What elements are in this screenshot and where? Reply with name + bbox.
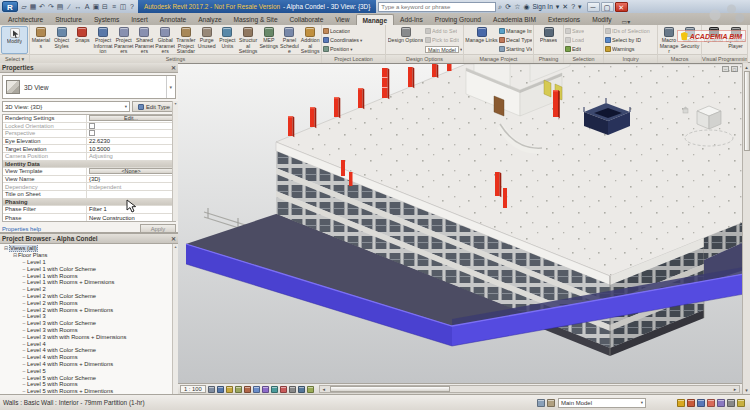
project-browser-close-icon[interactable]: ✕ xyxy=(171,235,176,242)
tab-analyze[interactable]: Analyze xyxy=(192,14,227,25)
tab-modify[interactable]: Modify xyxy=(586,14,617,25)
ribbon-item-load[interactable]: Load xyxy=(565,36,602,44)
tab-systems[interactable]: Systems xyxy=(88,14,125,25)
ribbon-item-coordinates[interactable]: Coordinates▾ xyxy=(323,36,384,44)
tree-item-floor-plans[interactable]: ⊟Floor Plans xyxy=(0,252,178,259)
select-pinned-icon[interactable] xyxy=(707,399,715,407)
temporary-hide-icon[interactable] xyxy=(271,386,278,393)
ribbon-item-manage-images[interactable]: Manage Images xyxy=(499,27,532,35)
select-links-icon[interactable] xyxy=(687,399,695,407)
thin-lines-icon[interactable]: ≡ xyxy=(110,2,118,12)
properties-close-icon[interactable]: ✕ xyxy=(171,64,176,71)
ribbon-button-phases[interactable]: Phases xyxy=(535,26,562,54)
ribbon-item-pick-to-edit[interactable]: Pick to Edit xyxy=(425,36,462,44)
ribbon-item-add-to-set[interactable]: Add to Set xyxy=(425,27,462,35)
tree-item-level-3-with-with-rooms-dimensions[interactable]: –Level 3 with with Rooms + Dimensions xyxy=(0,333,178,340)
tree-item-level-2-with-rooms[interactable]: –Level 2 with Rooms xyxy=(0,299,178,306)
minimize-button[interactable]: ─ xyxy=(587,2,600,12)
property-value[interactable]: 10.5000 xyxy=(87,145,175,152)
vertical-scroll-thumb[interactable] xyxy=(744,71,750,151)
door-yellow-1[interactable] xyxy=(544,80,551,97)
ribbon-item-save[interactable]: Save xyxy=(565,27,602,35)
tree-item-level-5-with-rooms[interactable]: –Level 5 with Rooms xyxy=(0,381,178,388)
tab-collaborate[interactable]: Collaborate xyxy=(284,14,330,25)
ribbon-group-footer-settings[interactable]: Settings xyxy=(30,54,321,63)
tree-item-level-3-with-color-scheme[interactable]: –Level 3 with Color Scheme xyxy=(0,320,178,327)
ribbon-item-location[interactable]: Location xyxy=(323,27,384,35)
tab-architecture[interactable]: Architecture xyxy=(2,14,49,25)
ribbon-item-decal-types[interactable]: Decal Types xyxy=(499,36,532,44)
help-icon[interactable]: ? xyxy=(571,3,575,10)
tab-view[interactable]: View xyxy=(329,14,355,25)
render-icon[interactable] xyxy=(244,386,251,393)
tree-item-level-2-with-rooms-dimentions[interactable]: –Level 2 with Rooms + Dimentions xyxy=(0,306,178,313)
ribbon-item-select-by-id[interactable]: Select by ID xyxy=(605,36,656,44)
property-value-button[interactable]: <None> xyxy=(89,168,173,174)
section-icon[interactable]: ⊟ xyxy=(101,2,109,12)
property-value[interactable]: 22.6230 xyxy=(87,138,175,145)
tab-academia-bim[interactable]: Academia BIM xyxy=(487,14,542,25)
detail-level-icon[interactable] xyxy=(208,386,215,393)
visual-style-icon[interactable] xyxy=(217,386,224,393)
tree-item-level-2-with-color-scheme[interactable]: –Level 2 with Color Scheme xyxy=(0,293,178,300)
select-underlay-icon[interactable] xyxy=(697,399,705,407)
ribbon-item-ids-of-selection[interactable]: IDs of Selection xyxy=(605,27,656,35)
search-icon[interactable]: ⌕ xyxy=(498,3,502,11)
ribbon-button-project-parameters[interactable]: Project Parameters xyxy=(114,26,134,54)
ribbon-button-additional-settings[interactable]: Additional Settings xyxy=(300,26,320,54)
ribbon-button-materials[interactable]: Materials xyxy=(31,26,51,54)
help-icon[interactable]: ? xyxy=(128,2,136,12)
ribbon-button-global-parameters[interactable]: Global Parameters xyxy=(155,26,175,54)
type-selector[interactable]: 3D View ▾ xyxy=(2,75,176,99)
ribbon-button-mep-settings[interactable]: MEP Settings xyxy=(259,26,279,54)
vertical-scrollbar[interactable]: ▴ ▾ xyxy=(742,63,750,394)
filter-count-icon[interactable] xyxy=(737,399,745,407)
sign-in-button[interactable]: Sign In xyxy=(533,3,553,10)
measure-icon[interactable]: ∕ xyxy=(65,2,73,12)
drawing-area[interactable]: ─ ▢ xyxy=(178,63,742,383)
ribbon-group-footer-location[interactable]: Project Location xyxy=(322,54,385,63)
tree-item-level-4-with-color-scheme[interactable]: –Level 4 with Color Scheme xyxy=(0,347,178,354)
ribbon-group-footer-visual[interactable]: Visual Programming xyxy=(702,54,747,63)
view-scale-button[interactable]: 1 : 100 xyxy=(180,385,206,393)
tab-insert[interactable]: Insert xyxy=(125,14,154,25)
open-file-icon[interactable]: ▱ xyxy=(20,2,28,12)
properties-header[interactable]: Properties ✕ xyxy=(0,63,178,73)
ribbon-button-purge-unused[interactable]: Purge Unused xyxy=(197,26,217,54)
help-dropdown-icon[interactable]: ▾ xyxy=(578,3,582,11)
tree-item-level-4[interactable]: –Level 4 xyxy=(0,340,178,347)
tab-extensions[interactable]: Extensions xyxy=(542,14,586,25)
tree-item-level-1-with-rooms[interactable]: –Level 1 with Rooms xyxy=(0,272,178,279)
ribbon-button-structural-settings[interactable]: Structural Settings xyxy=(238,26,258,54)
apply-button[interactable]: Apply xyxy=(140,224,176,233)
property-value-button[interactable]: Edit... xyxy=(89,115,173,121)
properties-help-link[interactable]: Properties help xyxy=(2,226,41,232)
checkbox[interactable] xyxy=(89,130,95,136)
ribbon-button-panel-schedule-templates[interactable]: Panel Schedule Templates xyxy=(280,26,300,54)
view-restore-icon[interactable]: ▢ xyxy=(731,66,738,72)
tab-manage[interactable]: Manage xyxy=(356,14,395,25)
crop-view-icon[interactable] xyxy=(253,386,260,393)
tree-item-views-all[interactable]: ⊟Views (all) xyxy=(0,245,178,252)
exchange-icon[interactable]: ⟳ xyxy=(505,3,511,11)
aligned-dimension-icon[interactable]: ↔ xyxy=(74,2,82,12)
tree-item-level-5-with-color-scheme[interactable]: –Level 5 with Color Scheme xyxy=(0,374,178,381)
tree-item-level-1-with-rooms-dimensions[interactable]: –Level 1 with Rooms + Dimensions xyxy=(0,279,178,286)
property-value[interactable]: {3D} xyxy=(87,176,175,183)
application-menu-button[interactable]: R xyxy=(2,1,18,12)
ribbon-button-snaps[interactable]: Snaps xyxy=(72,26,92,54)
editable-only-icon[interactable] xyxy=(547,399,555,407)
property-value[interactable] xyxy=(87,191,175,198)
tree-item-level-1[interactable]: –Level 1 xyxy=(0,259,178,266)
constraints-icon[interactable] xyxy=(307,386,314,393)
search-input[interactable] xyxy=(378,2,496,12)
ribbon-item-warnings[interactable]: Warnings xyxy=(605,45,656,53)
user-icon[interactable]: ◉ xyxy=(523,3,529,11)
temporary-view-icon[interactable] xyxy=(289,386,296,393)
save-icon[interactable]: ▦ xyxy=(29,2,37,12)
ribbon-item-edit[interactable]: Edit xyxy=(565,45,602,53)
redo-icon[interactable]: ↷ xyxy=(47,2,55,12)
analytical-model-icon[interactable] xyxy=(298,386,305,393)
scroll-up-icon[interactable]: ▴ xyxy=(745,63,748,71)
tab-massing-site[interactable]: Massing & Site xyxy=(228,14,284,25)
